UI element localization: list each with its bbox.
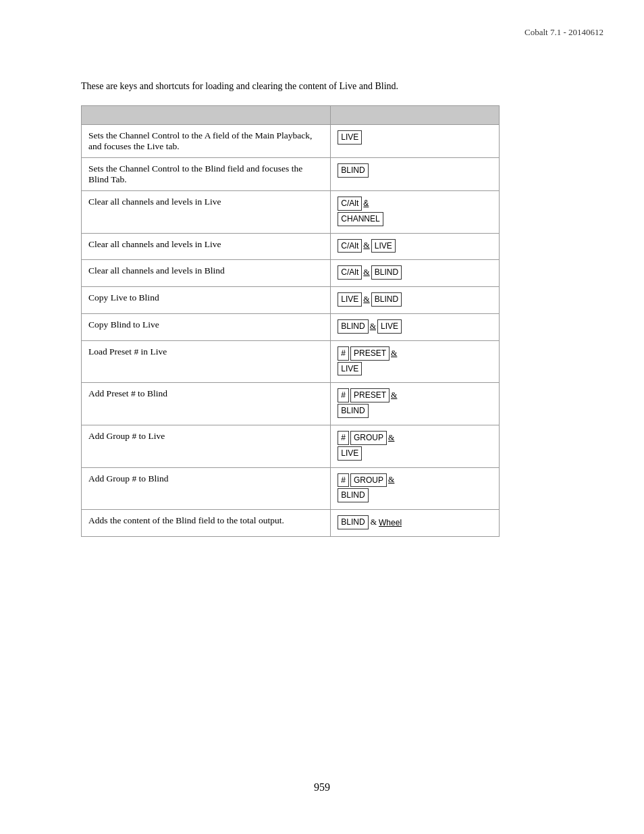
- table-row: Add Group # to Blind#GROUP &BLIND: [82, 467, 500, 510]
- row-description: Add Group # to Live: [82, 425, 331, 467]
- row-keys: #PRESET &LIVE: [331, 340, 500, 383]
- table-row: Adds the content of the Blind field to t…: [82, 510, 500, 537]
- table-row: Clear all channels and levels in LiveC/A…: [82, 191, 500, 234]
- row-description: Clear all channels and levels in Live: [82, 233, 331, 260]
- row-keys: BLIND: [331, 158, 500, 191]
- row-keys: LIVE: [331, 125, 500, 158]
- shortcuts-table: Sets the Channel Control to the A field …: [81, 105, 500, 537]
- row-description: Sets the Channel Control to the Blind fi…: [82, 158, 331, 191]
- page-header: Cobalt 7.1 - 20140612: [525, 27, 603, 38]
- table-row: Add Group # to Live#GROUP &LIVE: [82, 425, 500, 467]
- table-row: Clear all channels and levels in LiveC/A…: [82, 233, 500, 260]
- row-description: Adds the content of the Blind field to t…: [82, 510, 331, 537]
- table-row: Add Preset # to Blind#PRESET &BLIND: [82, 383, 500, 425]
- row-keys: C/Alt & LIVE: [331, 233, 500, 260]
- row-keys: BLIND & LIVE: [331, 313, 500, 340]
- row-description: Sets the Channel Control to the A field …: [82, 125, 331, 158]
- intro-text: These are keys and shortcuts for loading…: [81, 81, 603, 92]
- row-keys: C/Alt &CHANNEL: [331, 191, 500, 234]
- row-description: Add Group # to Blind: [82, 467, 331, 510]
- table-row: Copy Blind to LiveBLIND & LIVE: [82, 313, 500, 340]
- row-description: Clear all channels and levels in Live: [82, 191, 331, 234]
- row-keys: #GROUP &LIVE: [331, 425, 500, 467]
- col-header-keys: [331, 106, 500, 125]
- table-row: Clear all channels and levels in BlindC/…: [82, 260, 500, 287]
- main-content: These are keys and shortcuts for loading…: [81, 81, 603, 537]
- row-keys: C/Alt & BLIND: [331, 260, 500, 287]
- table-row: Copy Live to BlindLIVE & BLIND: [82, 287, 500, 314]
- row-description: Load Preset # in Live: [82, 340, 331, 383]
- row-description: Add Preset # to Blind: [82, 383, 331, 425]
- row-description: Copy Live to Blind: [82, 287, 331, 314]
- row-keys: BLIND&Wheel: [331, 510, 500, 537]
- table-row: Sets the Channel Control to the A field …: [82, 125, 500, 158]
- row-description: Clear all channels and levels in Blind: [82, 260, 331, 287]
- table-row: Load Preset # in Live#PRESET &LIVE: [82, 340, 500, 383]
- col-header-desc: [82, 106, 331, 125]
- page-number: 959: [0, 781, 644, 793]
- row-keys: #PRESET &BLIND: [331, 383, 500, 425]
- row-keys: LIVE & BLIND: [331, 287, 500, 314]
- table-row: Sets the Channel Control to the Blind fi…: [82, 158, 500, 191]
- header-title: Cobalt 7.1 - 20140612: [525, 27, 603, 37]
- row-description: Copy Blind to Live: [82, 313, 331, 340]
- row-keys: #GROUP &BLIND: [331, 467, 500, 510]
